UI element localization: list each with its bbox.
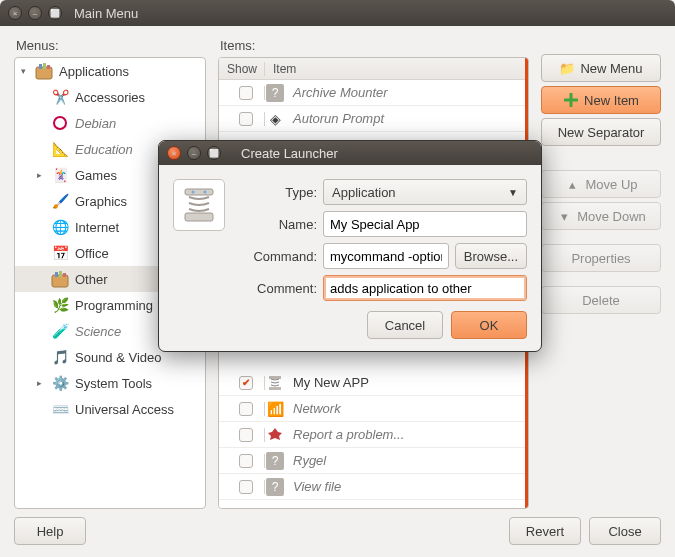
bug-icon xyxy=(265,425,285,445)
list-item[interactable]: ?View file xyxy=(219,474,525,500)
svg-marker-13 xyxy=(268,428,282,440)
svg-text:?: ? xyxy=(272,454,279,468)
new-menu-button[interactable]: 📁New Menu xyxy=(541,54,661,82)
expander-icon[interactable]: ▸ xyxy=(33,170,45,180)
list-item[interactable]: 📶Network xyxy=(219,396,525,422)
svg-text:?: ? xyxy=(272,480,279,494)
col-show[interactable]: Show xyxy=(219,62,265,76)
svg-rect-6 xyxy=(55,272,58,277)
svg-rect-1 xyxy=(39,64,42,69)
items-header: Show Item xyxy=(219,58,525,80)
svg-point-19 xyxy=(192,191,195,194)
tree-root-label: Applications xyxy=(59,64,129,79)
create-launcher-dialog: × – ⬜ Create Launcher Type: Application … xyxy=(158,140,542,352)
list-item[interactable]: ◈Autorun Prompt xyxy=(219,106,525,132)
command-label: Command: xyxy=(237,249,317,264)
svg-rect-11 xyxy=(269,376,281,379)
browse-button[interactable]: Browse... xyxy=(455,243,527,269)
close-window-icon[interactable]: × xyxy=(8,6,22,20)
svg-rect-7 xyxy=(59,271,62,277)
maximize-window-icon[interactable]: ⬜ xyxy=(48,6,62,20)
svg-rect-3 xyxy=(47,65,50,69)
music-icon: 🎵 xyxy=(50,347,70,367)
cards-icon: 🃏 xyxy=(50,165,70,185)
chevron-down-icon: ▾ xyxy=(556,208,572,224)
show-checkbox[interactable] xyxy=(239,112,253,126)
minimize-window-icon[interactable]: – xyxy=(28,6,42,20)
items-label: Items: xyxy=(220,38,529,53)
leaf-icon: 🌿 xyxy=(50,295,70,315)
new-item-button[interactable]: New Item xyxy=(541,86,661,114)
show-checkbox[interactable] xyxy=(239,376,253,390)
help-button[interactable]: Help xyxy=(14,517,86,545)
show-checkbox[interactable] xyxy=(239,454,253,468)
show-checkbox[interactable] xyxy=(239,402,253,416)
launcher-icon-button[interactable] xyxy=(173,179,225,231)
dialog-titlebar: × – ⬜ Create Launcher xyxy=(159,141,541,165)
comment-input[interactable] xyxy=(323,275,527,301)
gear-icon: ⚙️ xyxy=(50,373,70,393)
tree-item-debian[interactable]: Debian xyxy=(15,110,205,136)
globe-icon: 🌐 xyxy=(50,217,70,237)
autorun-icon: ◈ xyxy=(265,109,285,129)
command-input[interactable] xyxy=(323,243,449,269)
close-icon[interactable]: × xyxy=(167,146,181,160)
type-select[interactable]: Application ▼ xyxy=(323,179,527,205)
minimize-icon[interactable]: – xyxy=(187,146,201,160)
name-label: Name: xyxy=(237,217,317,232)
svg-rect-8 xyxy=(63,273,66,277)
tree-item-accessories[interactable]: ✂️Accessories xyxy=(15,84,205,110)
question-icon: ? xyxy=(265,83,285,103)
properties-button[interactable]: Properties xyxy=(541,244,661,272)
applications-icon xyxy=(34,61,54,81)
flask-icon: 🧪 xyxy=(50,321,70,341)
chevron-up-icon: ▴ xyxy=(564,176,580,192)
close-button[interactable]: Close xyxy=(589,517,661,545)
dialog-title: Create Launcher xyxy=(241,146,338,161)
svg-point-20 xyxy=(204,191,207,194)
show-checkbox[interactable] xyxy=(239,428,253,442)
show-checkbox[interactable] xyxy=(239,480,253,494)
new-separator-button[interactable]: New Separator xyxy=(541,118,661,146)
chevron-down-icon: ▼ xyxy=(508,187,518,198)
col-item[interactable]: Item xyxy=(265,62,525,76)
expander-icon[interactable]: ▾ xyxy=(17,66,29,76)
ok-button[interactable]: OK xyxy=(451,311,527,339)
list-item[interactable]: ?Archive Mounter xyxy=(219,80,525,106)
revert-button[interactable]: Revert xyxy=(509,517,581,545)
scissors-icon: ✂️ xyxy=(50,87,70,107)
debian-icon xyxy=(50,113,70,133)
plus-icon xyxy=(563,92,579,108)
svg-rect-2 xyxy=(43,63,46,69)
tree-item-system[interactable]: ▸⚙️System Tools xyxy=(15,370,205,396)
tree-root[interactable]: ▾ Applications xyxy=(15,58,205,84)
name-input[interactable] xyxy=(323,211,527,237)
ruler-icon: 📐 xyxy=(50,139,70,159)
question-icon: ? xyxy=(265,477,285,497)
delete-button[interactable]: Delete xyxy=(541,286,661,314)
list-item[interactable]: My New APP xyxy=(219,370,525,396)
question-icon: ? xyxy=(265,451,285,471)
expander-icon[interactable]: ▸ xyxy=(33,378,45,388)
type-label: Type: xyxy=(237,185,317,200)
list-item[interactable]: Report a problem... xyxy=(219,422,525,448)
tools-icon xyxy=(50,269,70,289)
comment-label: Comment: xyxy=(237,281,317,296)
svg-rect-12 xyxy=(269,387,281,390)
svg-point-4 xyxy=(54,117,66,129)
list-item[interactable]: ?Rygel xyxy=(219,448,525,474)
folder-plus-icon: 📁 xyxy=(559,60,575,76)
spring-icon xyxy=(265,373,285,393)
accessibility-icon: ⌨️ xyxy=(50,399,70,419)
calendar-icon: 📅 xyxy=(50,243,70,263)
move-up-button[interactable]: ▴Move Up xyxy=(541,170,661,198)
main-titlebar: × – ⬜ Main Menu xyxy=(0,0,675,26)
svg-rect-21 xyxy=(185,213,213,221)
tree-item-universal[interactable]: ⌨️Universal Access xyxy=(15,396,205,422)
move-down-button[interactable]: ▾Move Down xyxy=(541,202,661,230)
show-checkbox[interactable] xyxy=(239,86,253,100)
cancel-button[interactable]: Cancel xyxy=(367,311,443,339)
action-buttons: 📁New Menu New Item New Separator ▴Move U… xyxy=(541,36,661,509)
maximize-icon[interactable]: ⬜ xyxy=(207,146,221,160)
brush-icon: 🖌️ xyxy=(50,191,70,211)
